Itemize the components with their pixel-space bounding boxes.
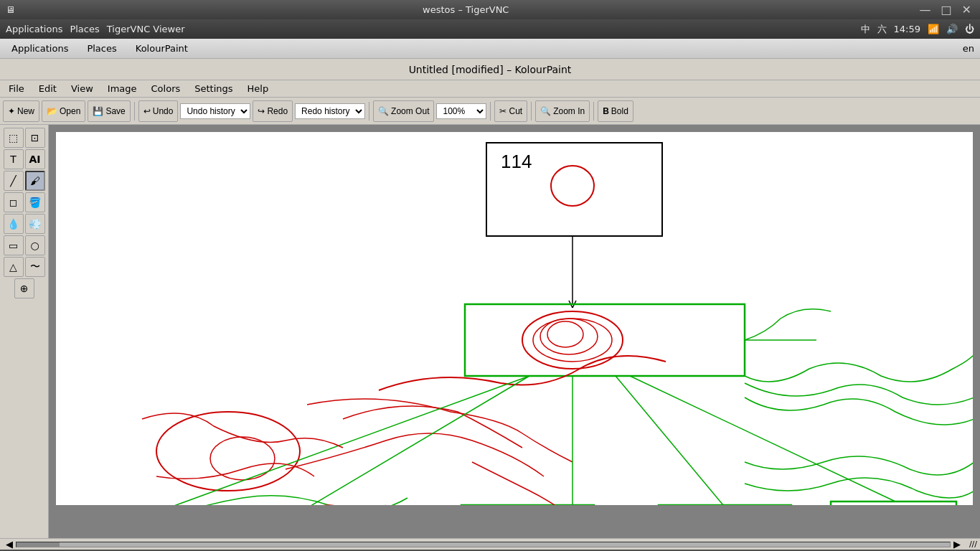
places-menu[interactable]: Places: [70, 24, 99, 34]
vnc-inner-topbar: Applications Places KolourPaint en: [0, 39, 980, 59]
scroll-right-btn[interactable]: ▶: [951, 539, 963, 550]
zoomin-icon: 🔍: [540, 106, 551, 116]
zoom-dropdown[interactable]: 100% 50% 200%: [436, 103, 486, 119]
maximize-button[interactable]: □: [938, 3, 954, 17]
svg-point-9: [540, 319, 598, 354]
cut-icon: ✂: [499, 106, 507, 116]
separator-5: [593, 102, 594, 121]
lang-indicator[interactable]: 中: [861, 23, 870, 36]
coords-display: ///: [969, 540, 977, 549]
svg-line-22: [616, 376, 723, 505]
kp-title: Untitled [modified] – KolourPaint: [409, 64, 572, 75]
svg-rect-17: [831, 501, 956, 505]
text-tool[interactable]: T: [4, 149, 24, 169]
svg-line-21: [300, 376, 529, 505]
zoomout-button[interactable]: 🔍 Zoom Out: [373, 100, 434, 122]
open-icon: 📂: [47, 106, 57, 116]
ai-tool[interactable]: AI: [25, 149, 45, 169]
colorpick-tool[interactable]: 💧: [4, 214, 24, 234]
zoomin-button[interactable]: 🔍 Zoom In: [535, 100, 590, 122]
cut-button[interactable]: ✂ Cut: [494, 100, 527, 122]
tigervnc-menu[interactable]: TigerVNC Viewer: [107, 24, 185, 34]
zoom-tool[interactable]: ⊕: [14, 278, 34, 298]
menu-file[interactable]: File: [3, 82, 30, 95]
polygon-tool[interactable]: △: [4, 257, 24, 277]
spray-tool[interactable]: 💨: [25, 214, 45, 234]
day-indicator: 六: [877, 23, 887, 36]
canvas-area[interactable]: 114: [49, 125, 980, 538]
tigervnc-icon: 🖥: [6, 4, 15, 15]
new-button[interactable]: ✦ New: [3, 100, 39, 122]
kp-titlebar: Untitled [modified] – KolourPaint: [0, 59, 980, 80]
scroll-track[interactable]: [16, 542, 951, 547]
save-button[interactable]: 💾 Save: [88, 100, 130, 122]
window-controls: — □ ✕: [916, 3, 974, 17]
tool-row-8: ⊕: [14, 278, 34, 298]
applications-menu[interactable]: Applications: [6, 24, 62, 34]
canvas[interactable]: 114: [56, 132, 973, 505]
separator-4: [531, 102, 532, 121]
redo-button[interactable]: ↪ Redo: [253, 100, 293, 122]
menu-view[interactable]: View: [65, 82, 99, 95]
kolourpaint-window: Untitled [modified] – KolourPaint File E…: [0, 59, 980, 550]
undo-dropdown[interactable]: Undo history: [180, 103, 250, 119]
system-topbar: Applications Places TigerVNC Viewer 中 六 …: [0, 19, 980, 39]
tool-row-6: ▭ ○: [4, 235, 45, 255]
menu-settings[interactable]: Settings: [189, 82, 238, 95]
menu-edit[interactable]: Edit: [33, 82, 62, 95]
menu-colors[interactable]: Colors: [146, 82, 187, 95]
minimize-button[interactable]: —: [916, 3, 933, 17]
separator-1: [134, 102, 135, 121]
undo-button[interactable]: ↩ Undo: [138, 100, 179, 122]
volume-icon: 🔊: [946, 24, 958, 34]
redo-icon: ↪: [258, 106, 265, 116]
separator-3: [490, 102, 491, 121]
open-button[interactable]: 📂 Open: [42, 100, 85, 122]
lang-en: en: [963, 43, 974, 54]
hscroll-bar[interactable]: ◀ ▶ ///: [0, 538, 980, 550]
svg-line-23: [630, 376, 895, 501]
separator-2: [369, 102, 369, 121]
ellipse-shape-tool[interactable]: ○: [25, 235, 45, 255]
svg-point-7: [522, 311, 623, 369]
scroll-left-btn[interactable]: ◀: [3, 539, 16, 550]
undo-icon: ↩: [143, 106, 151, 116]
rect-shape-tool[interactable]: ▭: [4, 235, 24, 255]
power-icon[interactable]: ⏻: [965, 24, 974, 34]
svg-point-12: [210, 437, 275, 480]
system-topbar-left: Applications Places TigerVNC Viewer: [6, 24, 185, 34]
scroll-thumb[interactable]: [17, 542, 60, 547]
bold-button[interactable]: B Bold: [598, 100, 633, 122]
tool-palette: ⬚ ⊡ T AI ╱ 🖌 ◻ 🪣 💧 💨: [0, 125, 49, 538]
wifi-icon: 📶: [928, 24, 939, 34]
inner-applications-menu[interactable]: Applications: [6, 42, 74, 55]
tool-row-4: ◻ 🪣: [4, 192, 45, 212]
kp-menubar: File Edit View Image Colors Settings Hel…: [0, 80, 980, 98]
new-icon: ✦: [8, 106, 15, 116]
menu-help[interactable]: Help: [242, 82, 275, 95]
inner-places-menu[interactable]: Places: [81, 42, 122, 55]
tool-row-7: △ 〜: [4, 257, 45, 277]
canvas-svg: 114: [56, 132, 973, 505]
close-button[interactable]: ✕: [959, 3, 974, 17]
menu-image[interactable]: Image: [102, 82, 143, 95]
tool-row-3: ╱ 🖌: [4, 171, 45, 191]
freehand-tool[interactable]: 〜: [25, 257, 45, 277]
redo-dropdown[interactable]: Redo history: [295, 103, 365, 119]
system-topbar-right: 中 六 14:59 📶 🔊 ⏻: [861, 23, 974, 36]
time-indicator: 14:59: [894, 24, 920, 34]
eraser-tool[interactable]: ◻: [4, 192, 24, 212]
fill-tool[interactable]: 🪣: [25, 192, 45, 212]
tigervnc-titlebar: 🖥 westos – TigerVNC — □ ✕: [0, 0, 980, 19]
line-tool[interactable]: ╱: [4, 171, 24, 191]
kp-main: ⬚ ⊡ T AI ╱ 🖌 ◻ 🪣 💧 💨: [0, 125, 980, 538]
zoomout-icon: 🔍: [378, 106, 389, 116]
inner-kolourpaint-menu[interactable]: KolourPaint: [130, 42, 194, 55]
tool-row-5: 💧 💨: [4, 214, 45, 234]
brush-tool[interactable]: 🖌: [25, 171, 45, 191]
select-free-tool[interactable]: ⊡: [25, 128, 45, 148]
svg-rect-6: [465, 304, 745, 376]
tool-row-2: T AI: [4, 149, 45, 169]
bold-icon: B: [603, 106, 609, 116]
select-rect-tool[interactable]: ⬚: [4, 128, 24, 148]
